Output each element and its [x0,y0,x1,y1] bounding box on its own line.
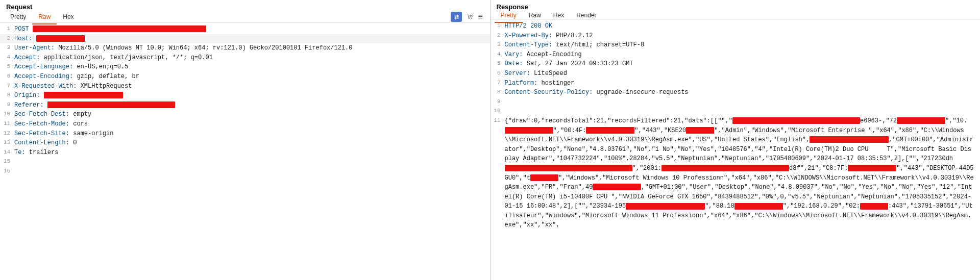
line-content [14,157,490,167]
code-line[interactable]: 1POST [0,24,490,34]
code-line[interactable]: 9Referer: [0,100,490,110]
code-line[interactable]: 12Sec-Fetch-Site: same-origin [0,129,490,139]
line-content: Referer: [14,100,490,110]
code-line[interactable]: 5Date: Sat, 27 Jan 2024 09:33:23 GMT [491,59,981,69]
code-line[interactable]: 3Content-Type: text/html; charset=UTF-8 [491,40,981,50]
request-panel: Request PrettyRawHex ⇄ \n ≡ 1POST 2Host:… [0,0,491,280]
redacted-block [33,26,206,32]
code-line[interactable]: 7X-Requested-With: XMLHttpRequest [0,82,490,91]
code-line[interactable]: 15 [0,157,490,167]
line-number: 12 [0,129,14,138]
line-number: 16 [0,167,14,175]
line-content: Origin: [14,91,490,100]
newline-toggle-icon[interactable]: \n [467,13,473,21]
line-number: 9 [0,100,14,109]
redacted-block [505,127,553,134]
code-line[interactable]: 5Accept-Language: en-US,en;q=0.5 [0,62,490,72]
code-line[interactable]: 8Content-Security-Policy: upgrade-insecu… [491,88,981,97]
send-button[interactable]: ⇄ [451,12,462,22]
redacted-block [662,165,789,171]
line-content [505,97,981,107]
line-number: 5 [0,62,14,71]
code-line[interactable]: 13Content-Length: 0 [0,138,490,148]
line-content: Sec-Fetch-Dest: empty [14,110,490,119]
code-line[interactable]: 16 [0,167,490,176]
text-cursor [85,35,85,42]
code-line[interactable]: 1HTTP/2 200 OK [491,21,981,31]
line-number: 4 [491,50,505,59]
line-content: POST [14,24,490,34]
code-line[interactable]: 9 [491,97,981,107]
redacted-block [586,127,634,134]
line-number: 10 [0,110,14,118]
redacted-block [530,174,558,181]
line-number: 6 [0,72,14,81]
line-number: 11 [491,116,505,125]
code-line[interactable]: 10Sec-Fetch-Dest: empty [0,110,490,119]
code-line[interactable]: 10 [491,107,981,116]
line-number: 8 [491,88,505,96]
line-content: Content-Security-Policy: upgrade-insecur… [505,88,981,97]
line-number: 5 [491,59,505,68]
code-line[interactable]: 11{"draw":0,"recordsTotal":21,"recordsFi… [491,116,981,230]
line-number: 10 [491,107,505,115]
line-number: 7 [491,79,505,87]
line-number: 4 [0,53,14,62]
line-number: 13 [0,138,14,147]
line-number: 8 [0,91,14,99]
response-tabs: PrettyRawHexRender [491,12,981,19]
code-line[interactable]: 6Accept-Encoding: gzip, deflate, br [0,72,490,82]
line-number: 1 [0,24,14,33]
line-number: 9 [491,97,505,106]
code-line[interactable]: 8Origin: [0,91,490,100]
code-line[interactable]: 2X-Powered-By: PHP/8.2.12 [491,31,981,41]
line-number: 3 [0,43,14,52]
hamburger-menu-icon[interactable]: ≡ [478,12,482,21]
redacted-block [734,203,783,210]
line-number: 15 [0,157,14,166]
line-content: Accept: application/json, text/javascrip… [14,53,490,63]
line-number: 7 [0,82,14,90]
line-content [14,167,490,176]
code-line[interactable]: 3User-Agent: Mozilla/5.0 (Windows NT 10.… [0,43,490,53]
redacted-block [626,203,705,210]
redacted-block [860,203,888,210]
request-toolbar: ⇄ \n ≡ [451,12,485,22]
line-content: X-Requested-With: XMLHttpRequest [14,82,490,91]
code-line[interactable]: 7Platform: hostinger [491,79,981,88]
line-content: Host: [14,34,490,44]
line-number: 11 [0,119,14,128]
line-content: User-Agent: Mozilla/5.0 (Windows NT 10.0… [14,43,490,53]
response-panel: Response PrettyRawHexRender 1HTTP/2 200 … [491,0,981,280]
redacted-block [36,35,85,42]
redacted-block [47,101,175,108]
redacted-block [848,165,896,171]
line-content: HTTP/2 200 OK [505,21,981,31]
code-line[interactable]: 4Accept: application/json, text/javascri… [0,53,490,63]
redacted-block [505,165,632,171]
line-content: Te: trailers [14,148,490,158]
redacted-block [44,92,123,98]
request-editor[interactable]: 1POST 2Host: 3User-Agent: Mozilla/5.0 (W… [0,22,490,280]
line-content: Accept-Language: en-US,en;q=0.5 [14,62,490,72]
response-editor[interactable]: 1HTTP/2 200 OK2X-Powered-By: PHP/8.2.123… [491,19,981,280]
line-content: Content-Type: text/html; charset=UTF-8 [505,40,981,50]
redacted-block [686,127,714,134]
line-number: 2 [491,31,505,40]
line-number: 2 [0,34,14,43]
line-number: 3 [491,40,505,49]
line-content [505,107,981,116]
code-line[interactable]: 2Host: [0,34,490,44]
code-line[interactable]: 4Vary: Accept-Encoding [491,50,981,60]
line-number: 14 [0,148,14,157]
redacted-block [732,117,860,124]
line-content: Accept-Encoding: gzip, deflate, br [14,72,490,82]
code-line[interactable]: 14Te: trailers [0,148,490,158]
line-content: Vary: Accept-Encoding [505,50,981,60]
line-content: Platform: hostinger [505,79,981,88]
code-line[interactable]: 6Server: LiteSpeed [491,69,981,79]
redacted-block [810,136,889,143]
line-content: Sec-Fetch-Mode: cors [14,119,490,129]
line-content: Content-Length: 0 [14,138,490,148]
code-line[interactable]: 11Sec-Fetch-Mode: cors [0,119,490,129]
